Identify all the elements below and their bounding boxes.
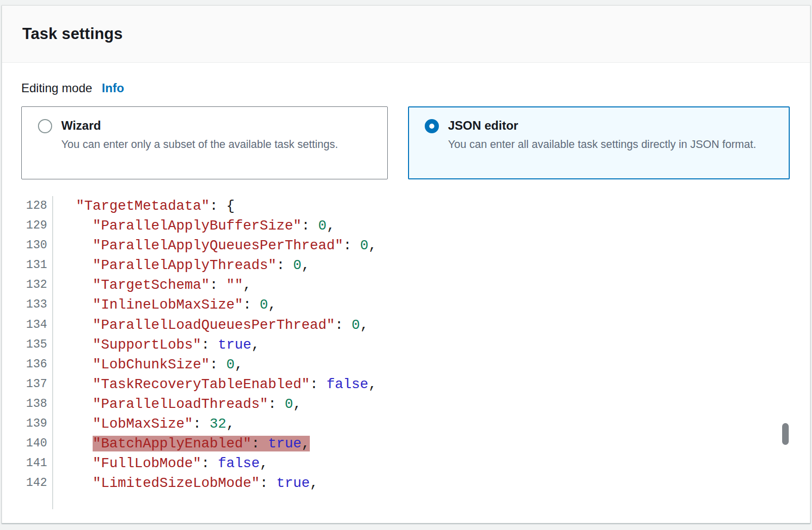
line-number: 128: [21, 196, 53, 216]
code-text: "ParallelApplyBufferSize": 0,: [53, 216, 335, 236]
code-text: "ParallelLoadThreads": 0,: [53, 394, 302, 414]
code-text: "FullLobMode": false,: [53, 453, 268, 473]
code-line[interactable]: 134 "ParallelLoadQueuesPerThread": 0,: [21, 315, 790, 335]
code-line[interactable]: 130 "ParallelApplyQueuesPerThread": 0,: [21, 236, 790, 255]
editing-mode-option-wizard[interactable]: Wizard You can enter only a subset of th…: [21, 106, 388, 179]
code-text: "TaskRecoveryTableEnabled": false,: [53, 374, 377, 394]
code-line[interactable]: 135 "SupportLobs": true,: [21, 335, 790, 355]
code-line[interactable]: 137 "TaskRecoveryTableEnabled": false,: [21, 374, 790, 394]
editing-mode-options: Wizard You can enter only a subset of th…: [21, 106, 790, 179]
radio-unchecked-icon[interactable]: [38, 119, 52, 133]
json-code-editor[interactable]: 128 "TargetMetadata": {129 "ParallelAppl…: [21, 196, 790, 509]
panel-header: Task settings: [2, 6, 810, 63]
code-line[interactable]: 136 "LobChunkSize": 0,: [21, 355, 790, 374]
option-text: Wizard You can enter only a subset of th…: [61, 118, 338, 153]
code-line[interactable]: 142 "LimitedSizeLobMode": true,: [21, 473, 790, 493]
code-line[interactable]: 139 "LobMaxSize": 32,: [21, 414, 790, 434]
code-line[interactable]: 140 "BatchApplyEnabled": true,: [21, 434, 790, 453]
code-line[interactable]: 131 "ParallelApplyThreads": 0,: [21, 255, 790, 275]
line-number: 133: [21, 295, 53, 315]
option-description: You can enter only a subset of the avail…: [61, 136, 338, 153]
radio-checked-icon[interactable]: [425, 119, 439, 133]
code-line[interactable]: 133 "InlineLobMaxSize": 0,: [21, 295, 790, 315]
editing-mode-label: Editing mode: [21, 81, 92, 95]
code-text: "LobChunkSize": 0,: [53, 355, 243, 374]
code-text: "ParallelApplyThreads": 0,: [53, 255, 310, 275]
page-title: Task settings: [22, 25, 123, 43]
code-text: "TargetMetadata": {: [53, 196, 235, 216]
line-number: 142: [21, 473, 53, 493]
option-description: You can enter all available task setting…: [448, 136, 756, 153]
line-number: 136: [21, 355, 53, 374]
editor-scrollbar-thumb[interactable]: [782, 423, 789, 445]
line-number: 140: [21, 434, 53, 453]
code-text: "LimitedSizeLobMode": true,: [53, 473, 318, 493]
code-line[interactable]: 138 "ParallelLoadThreads": 0,: [21, 394, 790, 414]
line-number: 139: [21, 414, 53, 434]
code-text: "ParallelLoadQueuesPerThread": 0,: [53, 315, 369, 335]
line-number: 132: [21, 275, 53, 295]
line-number: 138: [21, 394, 53, 414]
line-number: 129: [21, 216, 53, 236]
code-line[interactable]: 128 "TargetMetadata": {: [21, 196, 790, 216]
code-text: "BatchApplyEnabled": true,: [53, 434, 310, 453]
line-number: 134: [21, 315, 53, 335]
editing-mode-option-json-editor[interactable]: JSON editor You can enter all available …: [408, 106, 790, 179]
code-text: "LobMaxSize": 32,: [53, 414, 235, 434]
highlighted-code: "BatchApplyEnabled": true,: [93, 436, 310, 451]
line-number: 135: [21, 335, 53, 355]
line-number: 131: [21, 255, 53, 275]
option-text: JSON editor You can enter all available …: [448, 118, 756, 153]
code-text: "ParallelApplyQueuesPerThread": 0,: [53, 236, 377, 255]
line-number: 130: [21, 236, 53, 255]
info-link[interactable]: Info: [102, 81, 124, 95]
option-label: Wizard: [61, 118, 338, 133]
code-line[interactable]: 141 "FullLobMode": false,: [21, 453, 790, 473]
line-number: [21, 493, 53, 509]
line-number: 137: [21, 374, 53, 394]
option-label: JSON editor: [448, 118, 756, 133]
code-text: "TargetSchema": "",: [53, 275, 252, 295]
panel-body: Editing mode Info Wizard You can enter o…: [2, 63, 810, 509]
task-settings-panel: Task settings Editing mode Info Wizard Y…: [2, 5, 810, 523]
line-number: 141: [21, 453, 53, 473]
code-text: "InlineLobMaxSize": 0,: [53, 295, 276, 315]
editing-mode-row: Editing mode Info: [21, 81, 790, 97]
code-line[interactable]: [21, 493, 790, 509]
code-line[interactable]: 132 "TargetSchema": "",: [21, 275, 790, 295]
code-text: "SupportLobs": true,: [53, 335, 260, 355]
code-line[interactable]: 129 "ParallelApplyBufferSize": 0,: [21, 216, 790, 236]
